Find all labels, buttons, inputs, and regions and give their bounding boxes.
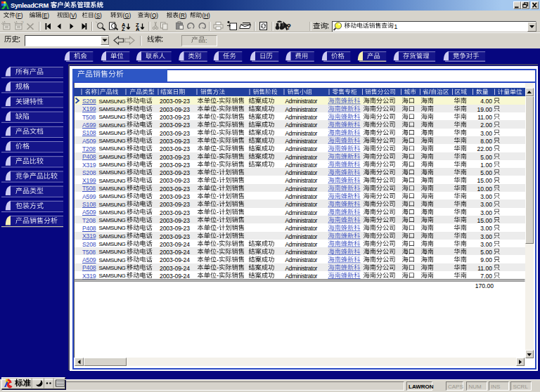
svg-text:-: - bbox=[217, 216, 219, 223]
svg-text:-: - bbox=[217, 145, 219, 152]
svg-text:-: - bbox=[217, 240, 219, 247]
svg-text:-: - bbox=[217, 113, 219, 120]
svg-text:-: - bbox=[217, 169, 219, 176]
svg-text:?: ? bbox=[286, 22, 291, 31]
svg-text:/: / bbox=[429, 89, 431, 96]
svg-text:-: - bbox=[217, 161, 219, 168]
svg-text:-: - bbox=[217, 177, 219, 184]
svg-text:-: - bbox=[217, 224, 219, 231]
svg-text:-: - bbox=[217, 248, 219, 255]
svg-text:A: A bbox=[136, 26, 140, 32]
svg-text:-: - bbox=[217, 256, 219, 263]
svg-text:-: - bbox=[217, 264, 219, 271]
svg-text:-: - bbox=[217, 122, 219, 129]
svg-text:-: - bbox=[217, 185, 219, 192]
svg-text:-: - bbox=[217, 209, 219, 216]
svg-text:?: ? bbox=[21, 20, 24, 26]
svg-text:-: - bbox=[217, 272, 219, 279]
svg-text:-: - bbox=[217, 233, 219, 240]
svg-text:-: - bbox=[217, 137, 219, 144]
svg-text:-: - bbox=[217, 153, 219, 160]
svg-text:-: - bbox=[217, 129, 219, 136]
svg-text:-: - bbox=[217, 105, 219, 112]
svg-text:-: - bbox=[217, 201, 219, 208]
svg-text:-: - bbox=[217, 98, 219, 105]
svg-text:Z: Z bbox=[122, 26, 125, 32]
svg-text:-: - bbox=[217, 192, 219, 200]
